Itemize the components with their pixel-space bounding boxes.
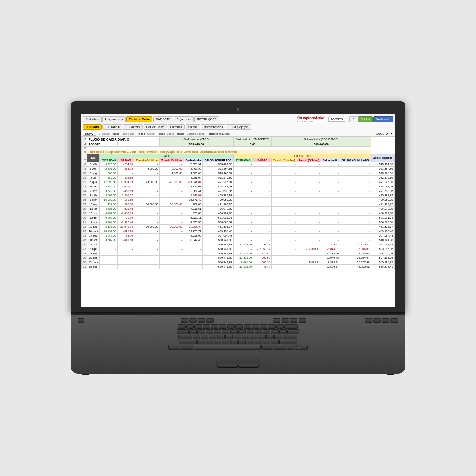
key-f3[interactable] (198, 318, 205, 323)
btn-ir[interactable]: IR (349, 116, 357, 122)
key-6[interactable] (227, 324, 235, 329)
key-q[interactable] (189, 329, 197, 334)
key-f1[interactable] (181, 318, 188, 323)
btn-transferencias[interactable]: Transferências (201, 124, 226, 130)
key-f6[interactable] (282, 318, 289, 323)
key-lshift[interactable] (179, 340, 197, 344)
key-x[interactable] (206, 340, 213, 344)
key-u[interactable] (238, 329, 246, 334)
key-rshift[interactable] (279, 340, 297, 344)
key-arrow-u[interactable] (295, 345, 299, 347)
btn-limpar[interactable]: LIMPAR (83, 132, 96, 136)
key-p[interactable] (263, 329, 270, 334)
btn-orcamento[interactable]: Orçamento (174, 116, 194, 122)
key-7[interactable] (235, 324, 243, 329)
key-ctrl-l[interactable] (168, 345, 180, 350)
key-backtick[interactable] (178, 324, 186, 329)
key-arrow-l[interactable] (287, 345, 294, 350)
key-backslash[interactable] (287, 329, 299, 334)
key-bracket-l[interactable] (271, 329, 279, 334)
key-d[interactable] (209, 335, 216, 339)
btn-cap[interactable]: CAP / CAP (153, 116, 173, 122)
key-w[interactable] (197, 329, 205, 334)
btn-fc-projecao[interactable]: FC M projeção (226, 124, 251, 130)
btn-dashboard[interactable]: Dashboard (373, 116, 393, 122)
key-f5[interactable] (273, 318, 280, 323)
btn-saidas[interactable]: Saídas (186, 124, 200, 130)
key-k[interactable] (250, 335, 257, 339)
key-slash[interactable] (271, 340, 279, 344)
key-alt-r[interactable] (261, 345, 273, 350)
table-row: 21 14 sex 6.264,00 -1.327,44 - - 4.936,5… (82, 220, 395, 224)
key-period[interactable] (263, 340, 270, 344)
touchpad-container (216, 351, 260, 368)
key-f12[interactable] (390, 318, 398, 323)
key-semicolon[interactable] (266, 335, 274, 339)
key-h[interactable] (234, 335, 241, 339)
key-8[interactable] (244, 324, 251, 329)
key-t[interactable] (222, 329, 229, 334)
key-5[interactable] (219, 324, 226, 329)
touchpad-btn-left[interactable] (217, 365, 238, 368)
key-v[interactable] (222, 340, 229, 344)
key-n[interactable] (238, 340, 246, 344)
key-3[interactable] (203, 324, 210, 329)
key-g[interactable] (225, 335, 233, 339)
btn-lancamentos[interactable]: Lançamentos (102, 116, 125, 122)
key-space[interactable] (194, 345, 261, 350)
key-f[interactable] (217, 335, 225, 339)
btn-instrucoes[interactable]: INSTRUÇÕES (194, 116, 219, 122)
key-f11[interactable] (382, 318, 389, 323)
key-arrow-d[interactable] (295, 348, 299, 350)
key-enter[interactable] (283, 335, 298, 339)
key-f10[interactable] (373, 318, 381, 323)
key-4[interactable] (211, 324, 218, 329)
key-f7[interactable] (290, 318, 298, 323)
key-0[interactable] (260, 324, 267, 329)
btn-cadastros[interactable]: Cadastros (83, 116, 102, 122)
key-quote[interactable] (274, 335, 282, 339)
btn-fc-diario2[interactable]: FC Diário II (102, 124, 122, 130)
key-bracket-r[interactable] (279, 329, 287, 334)
key-equals[interactable] (276, 324, 284, 329)
btn-contas[interactable]: Contas (358, 116, 373, 122)
key-m[interactable] (247, 340, 254, 344)
key-r[interactable] (214, 329, 221, 334)
key-f8[interactable] (299, 318, 306, 323)
touchpad-btn-right[interactable] (238, 365, 259, 368)
key-capslock[interactable] (178, 335, 192, 339)
key-e[interactable] (206, 329, 213, 334)
btn-ger-caixa[interactable]: Ger. de Caixa (144, 124, 167, 130)
key-comma[interactable] (255, 340, 262, 344)
key-backspace[interactable] (284, 324, 298, 329)
key-b[interactable] (230, 340, 238, 344)
key-1[interactable] (186, 324, 194, 329)
key-c[interactable] (214, 340, 221, 344)
key-j[interactable] (242, 335, 249, 339)
key-f2[interactable] (189, 318, 197, 323)
key-i[interactable] (247, 329, 254, 334)
key-arrow-r[interactable] (300, 345, 308, 350)
key-esc[interactable] (78, 318, 84, 323)
key-ctrl-r[interactable] (274, 345, 286, 350)
touchpad[interactable] (216, 351, 260, 364)
key-f9[interactable] (365, 318, 372, 323)
key-f4[interactable] (206, 318, 214, 323)
btn-fc-diario[interactable]: FC Diário (83, 124, 102, 130)
btn-entradas[interactable]: Entradas (168, 124, 185, 130)
key-a[interactable] (193, 335, 200, 339)
key-minus[interactable] (268, 324, 276, 329)
key-s[interactable] (201, 335, 208, 339)
key-l[interactable] (258, 335, 266, 339)
month-dropdown-arrow[interactable]: ▼ (346, 118, 348, 120)
key-o[interactable] (255, 329, 262, 334)
key-alt-l[interactable] (181, 345, 193, 350)
key-tab[interactable] (177, 329, 189, 334)
month-filter-arrow[interactable]: ▼ (390, 132, 393, 135)
btn-fluxo-caixa[interactable]: Fluxo de Caixa (126, 116, 152, 122)
key-z[interactable] (197, 340, 205, 344)
btn-fc-mensal[interactable]: FC Mensal (123, 124, 143, 130)
key-2[interactable] (194, 324, 202, 329)
key-9[interactable] (252, 324, 259, 329)
key-y[interactable] (230, 329, 238, 334)
